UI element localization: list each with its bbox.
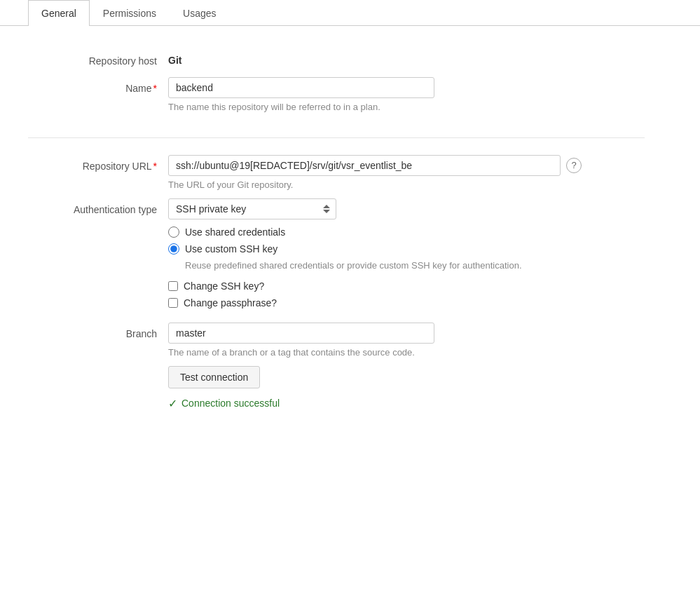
radio-hint: Reuse predefined shared credentials or p… — [185, 260, 645, 271]
repository-url-hint: The URL of your Git repository. — [168, 179, 645, 190]
checkbox-passphrase: Change passphrase? — [168, 297, 645, 309]
test-connection-field: Test connection ✓ Connection successful — [168, 366, 645, 410]
name-field: The name this repository will be referre… — [168, 77, 645, 112]
tab-usages[interactable]: Usages — [170, 0, 229, 26]
radio-shared-label[interactable]: Use shared credentials — [185, 226, 285, 238]
radio-custom-input[interactable] — [168, 243, 179, 255]
checkbox-passphrase-label[interactable]: Change passphrase? — [184, 297, 277, 309]
section-host-name: Repository host Git Name* The name this … — [28, 50, 645, 138]
success-check-icon: ✓ — [168, 397, 177, 410]
branch-field: The name of a branch or a tag that conta… — [168, 323, 645, 358]
radio-shared-input[interactable] — [168, 226, 179, 238]
repository-host-row: Repository host Git — [28, 50, 645, 69]
name-input[interactable] — [168, 77, 434, 98]
name-hint: The name this repository will be referre… — [168, 102, 645, 112]
repository-url-row: Repository URL* ? The URL of your Git re… — [28, 155, 645, 190]
radio-shared-credentials: Use shared credentials — [168, 226, 645, 238]
test-connection-button[interactable]: Test connection — [168, 366, 260, 388]
repository-url-input[interactable] — [168, 155, 561, 176]
branch-row: Branch The name of a branch or a tag tha… — [28, 323, 645, 358]
repository-url-required: * — [153, 161, 157, 172]
url-row: ? — [168, 155, 645, 176]
repository-url-help-icon[interactable]: ? — [566, 158, 582, 173]
section-url-auth: Repository URL* ? The URL of your Git re… — [28, 155, 645, 435]
form-content: Repository host Git Name* The name this … — [0, 43, 673, 463]
connection-success-message: ✓ Connection successful — [168, 397, 645, 410]
branch-label: Branch — [28, 323, 168, 341]
tab-permissions[interactable]: Permissions — [90, 0, 170, 26]
auth-type-select[interactable]: SSH private key Password None — [168, 198, 336, 219]
ssh-checkboxes: Change SSH key? Change passphrase? — [168, 280, 645, 309]
checkbox-passphrase-input[interactable] — [168, 298, 178, 308]
repository-host-label: Repository host — [28, 50, 168, 69]
name-row: Name* The name this repository will be r… — [28, 77, 645, 112]
checkbox-ssh-key: Change SSH key? — [168, 280, 645, 292]
test-connection-row: Test connection ✓ Connection successful — [28, 366, 645, 410]
branch-hint: The name of a branch or a tag that conta… — [168, 347, 645, 358]
checkbox-ssh-input[interactable] — [168, 281, 178, 291]
checkbox-ssh-label[interactable]: Change SSH key? — [184, 280, 264, 292]
auth-type-field: SSH private key Password None Use shared… — [168, 198, 645, 314]
repository-url-field: ? The URL of your Git repository. — [168, 155, 645, 190]
branch-input[interactable] — [168, 323, 434, 344]
radio-custom-ssh: Use custom SSH key — [168, 243, 645, 255]
radio-custom-label[interactable]: Use custom SSH key — [185, 243, 277, 255]
auth-type-label: Authentication type — [28, 198, 168, 217]
tabs-bar: General Permissions Usages — [0, 0, 700, 26]
name-label: Name* — [28, 77, 168, 96]
test-connection-spacer — [28, 366, 168, 371]
name-required: * — [153, 83, 157, 94]
connection-success-label: Connection successful — [181, 398, 280, 409]
auth-type-row: Authentication type SSH private key Pass… — [28, 198, 645, 314]
tab-general[interactable]: General — [28, 0, 90, 26]
repository-url-label: Repository URL* — [28, 155, 168, 174]
credentials-radio-group: Use shared credentials Use custom SSH ke… — [168, 226, 645, 271]
repository-host-value: Git — [168, 50, 645, 66]
repository-host-field: Git — [168, 50, 645, 66]
